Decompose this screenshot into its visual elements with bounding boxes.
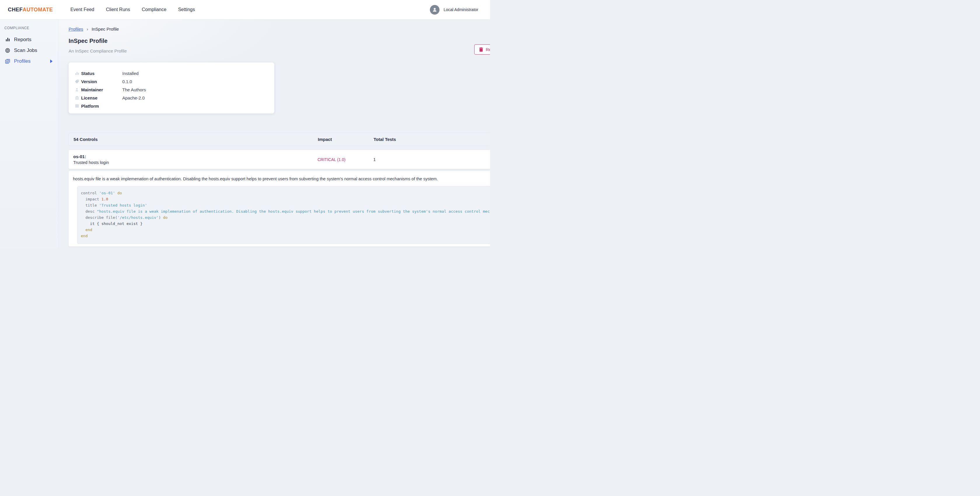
breadcrumb: Profiles › InSpec Profile <box>68 27 490 32</box>
meta-label: License <box>81 95 122 100</box>
control-title: Trusted hosts login <box>73 160 318 165</box>
code-line: it { should_not exist } <box>81 221 490 227</box>
control-id-cell: os-01: Trusted hosts login <box>73 154 318 165</box>
control-description: hosts.equiv file is a weak implemenation… <box>73 176 490 182</box>
main-content: Profiles › InSpec Profile InSpec Profile… <box>58 19 490 248</box>
control-id: os-01: <box>73 154 318 159</box>
meta-row-maintainer: Maintainer The Authors <box>75 86 269 94</box>
breadcrumb-profiles-link[interactable]: Profiles <box>68 27 83 32</box>
code-line: control 'os-01' do <box>81 190 490 196</box>
nav-event-feed[interactable]: Event Feed <box>70 7 94 12</box>
logo-automate: AUTOMATE <box>23 7 53 13</box>
meta-row-platform: Platform <box>75 102 269 110</box>
sidebar-item-label: Scan Jobs <box>14 48 37 53</box>
control-row-os-01[interactable]: os-01: Trusted hosts login CRITICAL (1.0… <box>68 150 490 169</box>
bank-icon <box>75 95 80 100</box>
nav-settings[interactable]: Settings <box>178 7 195 12</box>
remove-button[interactable]: Remove <box>474 45 490 54</box>
trash-icon <box>479 47 483 52</box>
meta-label: Version <box>81 79 122 84</box>
person-icon <box>75 87 80 92</box>
meta-row-version: Version 0.1.0 <box>75 77 269 86</box>
control-impact: CRITICAL (1.0) <box>318 157 373 162</box>
breadcrumb-current: InSpec Profile <box>92 27 119 32</box>
sidebar-item-label: Reports <box>14 37 32 43</box>
controls-table-header: 54 Controls Impact Total Tests <box>68 133 490 146</box>
control-total-tests: 1 <box>373 157 490 162</box>
profile-actions: Remove Download <box>474 45 490 54</box>
control-detail-panel: hosts.equiv file is a weak implemenation… <box>68 171 490 246</box>
page-title: InSpec Profile <box>68 38 490 45</box>
column-controls-count: 54 Controls <box>73 137 318 142</box>
bar-chart-icon <box>5 37 11 43</box>
logo-chef: CHEF <box>8 7 23 13</box>
code-line: desc "hosts.equiv file is a weak impleme… <box>81 208 490 215</box>
code-line: end <box>81 233 490 239</box>
primary-nav: Event Feed Client Runs Compliance Settin… <box>70 7 195 12</box>
tag-icon <box>75 79 80 84</box>
nav-compliance[interactable]: Compliance <box>142 7 166 12</box>
profiles-documents-icon <box>5 58 11 64</box>
meta-label: Maintainer <box>81 87 122 92</box>
meta-value: Installed <box>122 71 138 76</box>
meta-value: Apache-2.0 <box>122 95 145 100</box>
sidebar-item-reports[interactable]: Reports <box>0 34 58 45</box>
person-icon <box>432 7 438 13</box>
top-nav: CHEF AUTOMATE Event Feed Client Runs Com… <box>0 0 490 19</box>
code-line: impact 1.0 <box>81 196 490 202</box>
user-menu[interactable]: Local Administrator <box>430 5 478 14</box>
meta-value: The Authors <box>122 87 146 92</box>
server-stack-icon <box>75 103 80 108</box>
page-subtitle: An InSpec Compliance Profile <box>68 48 490 53</box>
column-total-tests: Total Tests <box>374 137 490 142</box>
user-name: Local Administrator <box>444 7 478 12</box>
sidebar-item-profiles[interactable]: Profiles <box>0 56 58 67</box>
meta-value: 0.1.0 <box>122 79 132 84</box>
code-block: control 'os-01' do impact 1.0 title 'Tru… <box>77 186 490 244</box>
meta-row-license: License Apache-2.0 <box>75 94 269 102</box>
code-line: end <box>81 227 490 233</box>
profile-meta-card: Status Installed Version 0.1.0 Mai <box>68 62 274 113</box>
compliance-sidebar: COMPLIANCE Reports Scan Jobs <box>0 19 58 248</box>
nav-client-runs[interactable]: Client Runs <box>106 7 130 12</box>
user-avatar[interactable] <box>430 5 439 14</box>
meta-label: Status <box>81 71 122 76</box>
sidebar-section-label: COMPLIANCE <box>0 26 58 30</box>
chevron-right-icon[interactable] <box>50 59 53 63</box>
meta-row-status: Status Installed <box>75 69 269 77</box>
code-line: describe file('/etc/hosts.equiv') do <box>81 215 490 221</box>
remove-button-label: Remove <box>485 47 490 52</box>
meta-label: Platform <box>81 103 122 108</box>
column-impact: Impact <box>318 137 374 142</box>
code-line: title 'Trusted hosts login' <box>81 202 490 208</box>
chef-automate-logo[interactable]: CHEF AUTOMATE <box>8 7 53 13</box>
breadcrumb-separator: › <box>87 27 88 32</box>
bar-chart-icon <box>75 71 80 76</box>
sidebar-item-scan-jobs[interactable]: Scan Jobs <box>0 45 58 56</box>
radar-icon <box>5 48 11 53</box>
sidebar-item-label: Profiles <box>14 58 31 64</box>
